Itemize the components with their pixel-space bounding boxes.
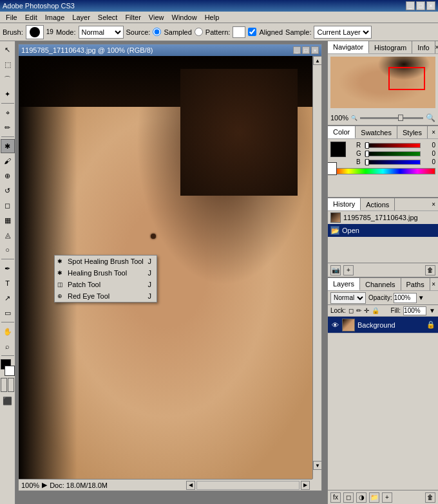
- color-close[interactable]: ×: [432, 129, 438, 136]
- actions-tab[interactable]: Actions: [361, 198, 395, 210]
- g-slider[interactable]: [365, 151, 421, 156]
- lock-image[interactable]: ✏: [356, 307, 361, 314]
- maximize-button[interactable]: □: [416, 1, 425, 10]
- delete-layer-button[interactable]: 🗑: [425, 492, 435, 503]
- history-item-open[interactable]: 📂 Open: [328, 224, 438, 237]
- text-tool[interactable]: T: [1, 276, 15, 290]
- new-layer-button[interactable]: +: [382, 492, 392, 503]
- color-spectrum[interactable]: [330, 168, 435, 174]
- fg-bg-color-display[interactable]: [330, 142, 354, 165]
- pattern-swatch[interactable]: [233, 26, 245, 38]
- history-tab[interactable]: History: [328, 198, 361, 210]
- menu-window[interactable]: Window: [169, 13, 200, 22]
- clone-stamp-tool[interactable]: ⊕: [1, 169, 15, 183]
- styles-tab[interactable]: Styles: [397, 126, 428, 138]
- pattern-radio[interactable]: [195, 28, 203, 36]
- background-swatch[interactable]: [327, 162, 337, 175]
- scroll-up[interactable]: ▲: [313, 56, 322, 65]
- doc-maximize[interactable]: □: [302, 46, 310, 54]
- crop-tool[interactable]: ⌖: [1, 106, 15, 120]
- blend-mode-select[interactable]: Normal: [330, 292, 366, 304]
- histogram-tab[interactable]: Histogram: [369, 41, 412, 53]
- color-tab[interactable]: Color: [328, 126, 356, 138]
- brush-tool[interactable]: 🖌: [1, 154, 15, 168]
- menu-file[interactable]: File: [3, 13, 21, 22]
- healing-brush-menu-item[interactable]: ✱ Healing Brush Tool J: [55, 267, 157, 279]
- menu-filter[interactable]: Filter: [122, 13, 144, 22]
- layers-close[interactable]: ×: [432, 281, 438, 288]
- path-selection-tool[interactable]: ↗: [1, 291, 15, 305]
- channels-tab[interactable]: Channels: [360, 278, 401, 290]
- layers-tab[interactable]: Layers: [328, 278, 360, 290]
- vertical-scrollbar[interactable]: ▲ ▼: [312, 56, 321, 479]
- marquee-tool[interactable]: ⬚: [1, 57, 15, 71]
- delete-state-button[interactable]: 🗑: [425, 265, 435, 275]
- spot-healing-menu-item[interactable]: ✱ Spot Healing Brush Tool J: [55, 256, 157, 267]
- lock-transparent[interactable]: ◻: [348, 307, 354, 314]
- navigator-close[interactable]: ×: [435, 44, 438, 51]
- paths-tab[interactable]: Paths: [401, 278, 430, 290]
- brush-preview[interactable]: [26, 25, 44, 39]
- b-slider[interactable]: [365, 160, 421, 165]
- menu-help[interactable]: Help: [202, 13, 223, 22]
- document-canvas[interactable]: ✱ Spot Healing Brush Tool J ✱ Healing Br…: [19, 56, 312, 479]
- pen-tool[interactable]: ✒: [1, 261, 15, 275]
- zoom-slider[interactable]: [360, 117, 423, 119]
- color-swatches[interactable]: [1, 359, 15, 376]
- background-color[interactable]: [5, 366, 15, 376]
- lasso-tool[interactable]: ⌒: [1, 72, 15, 86]
- scroll-left[interactable]: ◀: [186, 481, 195, 490]
- screen-mode[interactable]: ⬛: [1, 394, 15, 408]
- healing-brush-tool[interactable]: ✱: [1, 139, 15, 153]
- eyedropper-tool[interactable]: ✏: [1, 120, 15, 135]
- sampled-radio[interactable]: [153, 28, 161, 36]
- doc-minimize[interactable]: _: [293, 46, 301, 54]
- opacity-input[interactable]: [394, 293, 417, 303]
- layer-item-background[interactable]: 👁 Background 🔒: [328, 317, 438, 333]
- eraser-tool[interactable]: ◻: [1, 198, 15, 212]
- history-brush-tool[interactable]: ↺: [1, 183, 15, 198]
- sample-select[interactable]: Current Layer: [314, 26, 372, 39]
- fill-input[interactable]: [403, 306, 426, 315]
- red-eye-menu-item[interactable]: ⊕ Red Eye Tool J: [55, 290, 157, 302]
- close-button[interactable]: ×: [426, 1, 435, 10]
- fill-arrow[interactable]: ▼: [429, 307, 435, 314]
- foreground-swatch[interactable]: [330, 142, 346, 157]
- history-item-file[interactable]: 1195785_17110643.jpg: [328, 211, 438, 224]
- minimize-button[interactable]: _: [406, 1, 415, 10]
- gradient-tool[interactable]: ▦: [1, 213, 15, 227]
- menu-view[interactable]: View: [146, 13, 167, 22]
- hand-tool[interactable]: ✋: [1, 324, 15, 339]
- scroll-down[interactable]: ▼: [313, 461, 322, 470]
- opacity-arrow[interactable]: ▼: [418, 294, 424, 301]
- menu-image[interactable]: Image: [42, 13, 68, 22]
- zoom-tool[interactable]: ⌕: [1, 339, 15, 353]
- lock-all[interactable]: 🔒: [372, 307, 379, 314]
- scroll-right[interactable]: ▶: [301, 481, 310, 490]
- new-group-button[interactable]: 📁: [369, 492, 379, 503]
- blur-tool[interactable]: ◬: [1, 228, 15, 242]
- standard-mode[interactable]: [1, 378, 7, 392]
- patch-menu-item[interactable]: ◫ Patch Tool J: [55, 279, 157, 290]
- dodge-tool[interactable]: ○: [1, 243, 15, 257]
- move-tool[interactable]: ↖: [1, 42, 15, 57]
- navigator-tab[interactable]: Navigator: [328, 41, 369, 53]
- menu-edit[interactable]: Edit: [22, 13, 41, 22]
- doc-close[interactable]: ×: [311, 46, 319, 54]
- quick-mask-mode[interactable]: [8, 378, 14, 392]
- shape-tool[interactable]: ▭: [1, 306, 15, 320]
- hscroll-track[interactable]: [196, 481, 300, 490]
- snapshot-button[interactable]: 📷: [330, 265, 341, 275]
- add-mask-button[interactable]: ◻: [343, 492, 354, 503]
- swatches-tab[interactable]: Swatches: [356, 126, 397, 138]
- lock-position[interactable]: ✛: [364, 307, 369, 314]
- new-fill-button[interactable]: ◑: [356, 492, 367, 503]
- add-style-button[interactable]: fx: [330, 492, 341, 503]
- menu-select[interactable]: Select: [95, 13, 121, 22]
- aligned-checkbox[interactable]: [248, 28, 256, 36]
- info-tab[interactable]: Info: [412, 41, 435, 53]
- menu-layer[interactable]: Layer: [69, 13, 93, 22]
- layer-visibility-eye[interactable]: 👁: [330, 321, 339, 330]
- r-slider[interactable]: [365, 143, 421, 148]
- new-state-button[interactable]: +: [343, 265, 354, 275]
